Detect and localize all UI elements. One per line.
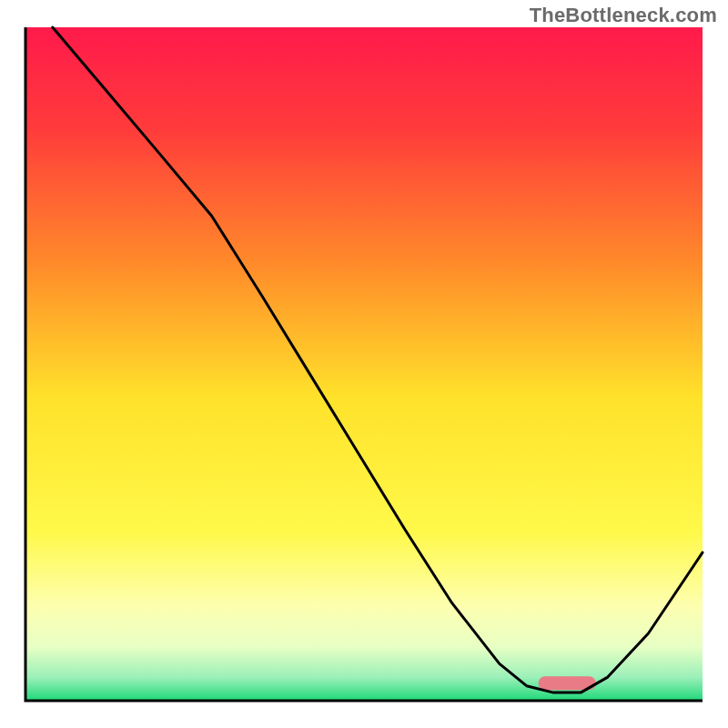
- plot-background: [25, 27, 703, 701]
- watermark-text: TheBottleneck.com: [530, 4, 717, 27]
- bottleneck-chart: [0, 0, 728, 728]
- chart-container: TheBottleneck.com: [0, 0, 728, 728]
